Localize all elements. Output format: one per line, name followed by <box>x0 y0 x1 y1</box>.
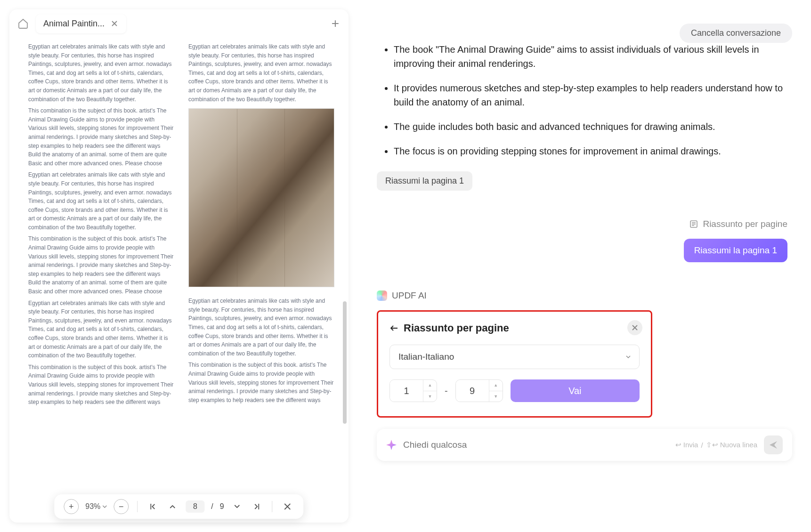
suggestion-chip[interactable]: Riassumi la pagina 1 <box>377 171 472 191</box>
doc-paragraph: Egyptian art celebrates animals like cat… <box>28 170 174 232</box>
zoom-in-button[interactable]: + <box>64 499 79 514</box>
language-dropdown[interactable]: Italian-Italiano <box>389 345 640 369</box>
send-icon <box>769 440 778 450</box>
document-panel: Animal Paintin... + Egyptian art celebra… <box>9 9 349 523</box>
popup-header: Riassunto per pagine <box>389 322 640 334</box>
page-total: 9 <box>220 502 224 511</box>
doc-paragraph: Egyptian art celebrates animals like cat… <box>188 42 334 104</box>
page-range-row: ▲ ▼ - ▲ ▼ Vai <box>389 379 640 402</box>
bullet-item: The focus is on providing stepping stone… <box>394 144 792 158</box>
input-hints: ↩ Invia / ⇧↩ Nuova linea <box>675 441 757 449</box>
user-mode-text: Riassunto per pagine <box>703 219 787 229</box>
sparkle-icon <box>386 440 397 450</box>
clear-conversation-button[interactable]: Cancella conversazione <box>680 24 792 43</box>
user-message-bubble: Riassumi la pagina 1 <box>684 239 787 262</box>
from-page-input[interactable] <box>390 380 423 402</box>
bullet-item: It provides numerous sketches and step-b… <box>394 81 792 109</box>
tab-bar: Animal Paintin... + <box>9 9 349 38</box>
chevron-down-icon <box>102 504 107 509</box>
hint-newline: ⇧↩ Nuova linea <box>706 441 757 449</box>
zoom-value: 93% <box>85 502 100 511</box>
from-page-stepper: ▲ ▼ <box>389 379 437 402</box>
user-mode-label: Riassunto per pagine <box>689 219 787 229</box>
assistant-response: The book "The Animal Drawing Guide" aims… <box>377 42 792 158</box>
chevron-down-icon <box>626 355 631 359</box>
bullet-item: The guide includes both basic and advanc… <box>394 120 792 134</box>
chat-input-bar: ↩ Invia / ⇧↩ Nuova linea <box>377 429 792 461</box>
close-toolbar-button[interactable] <box>281 500 294 513</box>
separator <box>272 501 273 512</box>
return-icon <box>389 323 399 333</box>
doc-paragraph: Egyptian art celebrates animals like cat… <box>28 42 174 104</box>
document-viewport[interactable]: Egyptian art celebrates animals like cat… <box>9 38 349 523</box>
doc-column-right: Egyptian art celebrates animals like cat… <box>188 42 334 410</box>
close-popup-button[interactable] <box>627 320 642 335</box>
doc-paragraph: Egyptian art celebrates animals like cat… <box>188 297 334 358</box>
hint-send: ↩ Invia <box>675 441 698 449</box>
last-page-button[interactable] <box>251 500 264 513</box>
zoom-level-dropdown[interactable]: 93% <box>85 502 107 511</box>
doc-column-left: Egyptian art celebrates animals like cat… <box>28 42 174 410</box>
language-value: Italian-Italiano <box>398 352 454 362</box>
bullet-item: The book "The Animal Drawing Guide" aims… <box>394 42 792 71</box>
doc-paragraph: This combination is the subject of this … <box>28 363 174 407</box>
go-button[interactable]: Vai <box>511 379 640 402</box>
page-separator: / <box>211 502 213 511</box>
document-tab[interactable]: Animal Paintin... <box>36 14 126 33</box>
tab-title: Animal Paintin... <box>43 19 105 29</box>
first-page-button[interactable] <box>146 500 159 513</box>
prev-page-button[interactable] <box>166 500 179 513</box>
from-page-up-button[interactable]: ▲ <box>423 380 437 391</box>
summary-by-pages-popup: Riassunto per pagine Italian-Italiano ▲ … <box>377 310 652 418</box>
doc-paragraph: This combination is the subject of this … <box>188 361 334 404</box>
close-icon[interactable] <box>110 19 119 28</box>
document-page: Egyptian art celebrates animals like cat… <box>28 42 334 410</box>
horse-illustration <box>188 108 334 287</box>
doc-paragraph: This combination is the subject of this … <box>28 234 174 296</box>
popup-title: Riassunto per pagine <box>404 322 509 334</box>
to-page-down-button[interactable]: ▼ <box>489 391 503 402</box>
page-number-input[interactable] <box>186 500 204 513</box>
to-page-stepper: ▲ ▼ <box>455 379 503 402</box>
ai-response-header: UPDF AI <box>377 290 792 301</box>
chat-input[interactable] <box>403 440 669 450</box>
zoom-out-button[interactable]: − <box>114 499 129 514</box>
ai-name-label: UPDF AI <box>392 290 427 301</box>
zoom-nav-toolbar: + 93% − / 9 <box>54 494 303 519</box>
home-icon[interactable] <box>16 16 30 31</box>
hint-separator: / <box>701 441 703 449</box>
chat-messages: The book "The Animal Drawing Guide" aims… <box>363 19 802 523</box>
add-tab-button[interactable]: + <box>329 17 342 30</box>
separator <box>137 501 138 512</box>
doc-paragraph: This combination is the subject of this … <box>28 106 174 168</box>
to-page-input[interactable] <box>456 380 489 402</box>
next-page-button[interactable] <box>231 500 244 513</box>
doc-paragraph: Egyptian art celebrates animals like cat… <box>28 299 174 360</box>
send-button[interactable] <box>764 435 783 454</box>
scrollbar-thumb[interactable] <box>343 301 347 424</box>
updf-logo-icon <box>377 290 387 301</box>
user-message-group: Riassunto per pagine Riassumi la pagina … <box>377 219 792 262</box>
from-page-down-button[interactable]: ▼ <box>423 391 437 402</box>
chat-panel: Cancella conversazione The book "The Ani… <box>363 9 802 523</box>
range-separator: - <box>445 386 448 396</box>
to-page-up-button[interactable]: ▲ <box>489 380 503 391</box>
list-icon <box>689 220 698 228</box>
